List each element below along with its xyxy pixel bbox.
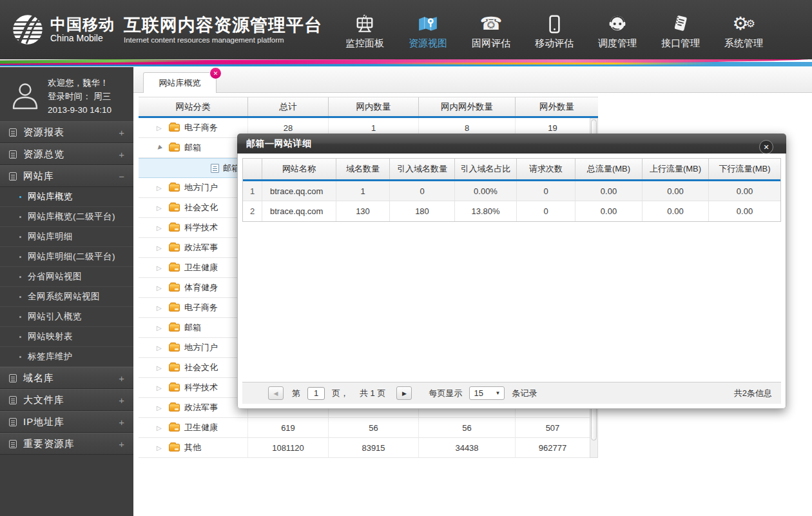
expand-arrow-icon[interactable] <box>157 404 166 412</box>
tab-close-icon[interactable]: ✕ <box>210 68 221 79</box>
expand-arrow-icon[interactable] <box>157 184 166 192</box>
page-number-input[interactable] <box>307 387 325 400</box>
sidebar-subitem-5[interactable]: 全网系统网站视图 <box>0 287 133 307</box>
sidebar-subitem-8[interactable]: 标签库维护 <box>0 347 133 367</box>
folder-icon <box>169 264 180 272</box>
expand-plus-icon[interactable]: + <box>119 417 124 428</box>
expand-arrow-icon[interactable] <box>157 244 166 252</box>
modal-table-row[interactable]: 2 btrace.qq.com 130 180 13.80% 0 0.00 0.… <box>243 201 780 221</box>
folder-icon <box>169 344 180 352</box>
expand-plus-icon[interactable]: + <box>119 395 124 406</box>
modal-column-header[interactable]: 请求次数 <box>517 159 575 179</box>
doc-icon <box>9 128 17 137</box>
sidebar-subitem-0[interactable]: 网站库概览 <box>0 187 133 207</box>
modal-column-header[interactable]: 上行流量(MB) <box>643 159 709 179</box>
modal-column-header[interactable]: 总流量(MB) <box>575 159 643 179</box>
nav-item-interface-mgmt[interactable]: 接口管理 <box>659 10 702 50</box>
expand-arrow-icon[interactable] <box>157 364 166 372</box>
tab-website-overview[interactable]: 网站库概览 ✕ <box>143 72 217 93</box>
table-row[interactable]: 其他 1081120 83915 34438 962777 <box>139 438 590 458</box>
domain-count-cell: 1 <box>336 181 390 201</box>
expand-plus-icon[interactable]: + <box>119 127 124 138</box>
nav-item-resource-view[interactable]: 资源视图 <box>406 10 450 50</box>
expand-arrow-icon[interactable] <box>157 344 166 352</box>
modal-table: 网站名称 域名数量 引入域名数量 引入域名占比 请求次数 总流量(MB) 上行流… <box>242 158 781 222</box>
bullet-icon <box>19 356 21 358</box>
category-cell: 电子商务 <box>139 298 248 317</box>
expand-plus-icon[interactable]: + <box>119 373 124 384</box>
sidebar-subitem-1[interactable]: 网站库概览(二级平台) <box>0 207 133 227</box>
folder-icon <box>169 244 180 252</box>
sidebar-subitem-3[interactable]: 网站库明细(二级平台) <box>0 247 133 267</box>
category-label: 政法军事 <box>184 402 218 413</box>
expand-plus-icon[interactable]: + <box>119 149 124 160</box>
category-cell: 邮箱 <box>139 318 248 337</box>
modal-column-header[interactable]: 引入域名占比 <box>455 159 517 179</box>
modal-column-header[interactable] <box>243 159 262 179</box>
expand-arrow-icon[interactable] <box>157 204 166 212</box>
grid-column-header[interactable]: 网外数量 <box>516 97 598 116</box>
innet-cell: 56 <box>329 418 419 437</box>
decorative-stripe <box>0 59 812 67</box>
grid-column-header[interactable]: 网站分类 <box>139 97 248 116</box>
expand-arrow-icon[interactable] <box>157 424 166 432</box>
modal-close-icon[interactable]: ✕ <box>759 140 773 154</box>
sidebar-subitem-4[interactable]: 分省网站视图 <box>0 267 133 287</box>
nav-item-mobile-eval[interactable]: 移动评估 <box>532 10 576 50</box>
table-row[interactable]: 卫生健康 619 56 56 507 <box>139 418 590 438</box>
nav-item-system-mgmt[interactable]: ⚙⚙ 系统管理 <box>722 10 766 50</box>
modal-column-header[interactable]: 域名数量 <box>336 159 390 179</box>
next-page-button[interactable]: ▶ <box>396 386 412 400</box>
modal-title-bar[interactable]: 邮箱—网站详细 <box>237 134 786 154</box>
expand-arrow-icon[interactable] <box>157 384 166 392</box>
modal-pagination-bar: ◀ 第 页， 共 1 页 ▶ 每页显示 15 ▼ 条记录 共2条信息 <box>242 382 781 404</box>
grid-column-header[interactable]: 总计 <box>248 97 329 116</box>
nav-item-fixed-network-eval[interactable]: ☎ 固网评估 <box>469 10 513 50</box>
collapse-minus-icon[interactable]: − <box>119 171 124 182</box>
expand-arrow-icon[interactable] <box>157 284 166 292</box>
sidebar-subitem-label: 网站库概览 <box>28 191 73 203</box>
modal-column-header[interactable]: 下行流量(MB) <box>709 159 780 179</box>
expand-arrow-icon[interactable] <box>157 264 166 272</box>
headset-icon <box>608 10 627 34</box>
expand-arrow-icon[interactable] <box>157 144 166 151</box>
category-label: 科学技术 <box>184 222 218 233</box>
sidebar-group-important-resource[interactable]: 重要资源库 + <box>0 433 133 455</box>
category-label: 电子商务 <box>184 122 218 134</box>
sidebar-group-bigfile-library[interactable]: 大文件库 + <box>0 389 133 411</box>
sidebar-subitem-7[interactable]: 网站映射表 <box>0 327 133 347</box>
up-traffic-cell: 0.00 <box>643 181 709 201</box>
modal-table-row[interactable]: 1 btrace.qq.com 1 0 0.00% 0 0.00 0.00 0.… <box>243 181 780 201</box>
modal-column-header[interactable]: 引入域名数量 <box>390 159 455 179</box>
sidebar-group-website-library[interactable]: 网站库 − <box>0 165 133 187</box>
grid-column-header[interactable]: 网内数量 <box>329 97 419 116</box>
category-label: 地方门户 <box>184 182 218 194</box>
expand-arrow-icon[interactable] <box>157 304 166 312</box>
nav-item-dispatch-mgmt[interactable]: 调度管理 <box>595 10 639 50</box>
bullet-icon <box>19 216 21 218</box>
sidebar-group-ip-library[interactable]: IP地址库 + <box>0 411 133 433</box>
sidebar-group-resource-overview[interactable]: 资源总览 + <box>0 143 133 165</box>
sidebar-subitem-6[interactable]: 网站引入概览 <box>0 307 133 327</box>
folder-icon <box>169 284 180 292</box>
sidebar-group-domain-library[interactable]: 域名库 + <box>0 367 133 389</box>
expand-plus-icon[interactable]: + <box>119 439 124 450</box>
expand-arrow-icon[interactable] <box>157 444 166 452</box>
category-label: 科学技术 <box>184 382 218 393</box>
per-page-value: 15 <box>474 388 483 398</box>
modal-column-header[interactable]: 网站名称 <box>262 159 336 179</box>
grid-column-header[interactable]: 网内网外数量 <box>419 97 516 116</box>
category-cell: 邮箱 <box>139 138 248 157</box>
expand-arrow-icon[interactable] <box>157 124 166 132</box>
per-page-select[interactable]: 15 ▼ <box>469 386 505 400</box>
folder-icon <box>169 184 180 192</box>
outnet-cell: 962777 <box>516 438 590 457</box>
expand-arrow-icon[interactable] <box>157 324 166 332</box>
nav-item-monitor-panel[interactable]: 监控面板 <box>343 10 387 50</box>
sidebar-subitem-label: 网站映射表 <box>28 331 73 342</box>
sidebar-group-resource-report[interactable]: 资源报表 + <box>0 121 133 143</box>
sidebar-subitem-2[interactable]: 网站库明细 <box>0 227 133 247</box>
prev-page-button[interactable]: ◀ <box>268 386 284 400</box>
expand-arrow-icon[interactable] <box>157 224 166 232</box>
category-cell: 政法军事 <box>139 238 248 257</box>
